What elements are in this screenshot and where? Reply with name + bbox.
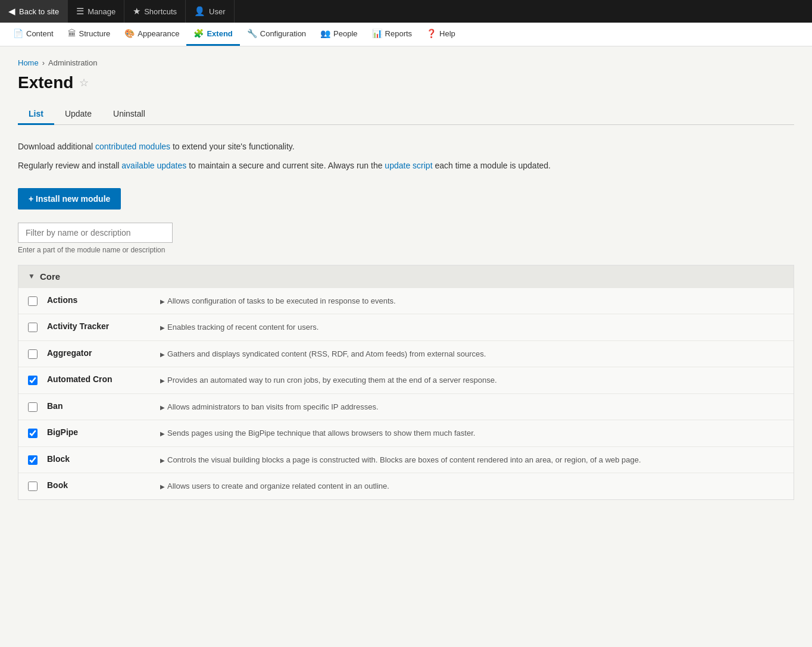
reports-icon: 📊 [372,29,382,38]
module-desc-block: ▶ Controls the visual building blocks a … [160,454,641,466]
available-updates-link[interactable]: available updates [121,161,186,170]
nav-extend-label: Extend [207,29,232,38]
nav-help[interactable]: ❓ Help [419,23,463,46]
module-name-activity-tracker: Activity Tracker [47,321,160,331]
module-info: Ban ▶ Allows administrators to ban visit… [47,401,784,413]
module-checkbox-bigpipe[interactable] [28,429,38,438]
filter-hint: Enter a part of the module name or descr… [18,246,794,254]
extend-icon: 🧩 [193,29,204,38]
nav-people-label: People [333,29,357,38]
table-row: Automated Cron ▶ Provides an automated w… [18,367,794,393]
module-name-bigpipe: BigPipe [47,427,160,437]
module-checkbox-automated-cron[interactable] [28,376,38,385]
nav-configuration[interactable]: 🔧 Configuration [240,23,313,46]
module-name-actions: Actions [47,295,160,305]
module-checkbox-block[interactable] [28,455,38,465]
content-icon: 📄 [13,29,23,38]
shortcuts-link[interactable]: ★ Shortcuts [124,0,186,23]
module-checkbox-activity-tracker[interactable] [28,323,38,332]
back-to-site-label: Back to site [19,7,59,16]
filter-input[interactable] [18,223,173,243]
table-row: Book ▶ Allows users to create and organi… [18,473,794,499]
breadcrumb: Home › Administration [18,58,794,67]
module-desc-ban: ▶ Allows administrators to ban visits fr… [160,401,379,413]
module-name-aggregator: Aggregator [47,348,160,358]
nav-appearance-label: Appearance [138,29,179,38]
module-desc-aggregator: ▶ Gathers and displays syndicated conten… [160,348,486,360]
tab-list[interactable]: List [18,104,54,125]
breadcrumb-current: Administration [48,58,97,67]
update-script-link[interactable]: update script [385,161,432,170]
tab-update[interactable]: Update [54,104,102,125]
module-desc-book: ▶ Allows users to create and organize re… [160,480,389,492]
intro-line1: Download additional contributed modules … [18,140,794,153]
user-label: User [209,7,225,16]
module-desc-automated-cron: ▶ Provides an automated way to run cron … [160,374,497,386]
table-row: Actions ▶ Allows configuration of tasks … [18,287,794,314]
module-checkbox-book[interactable] [28,482,38,491]
nav-extend[interactable]: 🧩 Extend [186,23,239,46]
nav-configuration-label: Configuration [260,29,306,38]
module-name-book: Book [47,480,160,490]
nav-content-label: Content [26,29,54,38]
manage-icon: ☰ [76,6,84,17]
module-info: Book ▶ Allows users to create and organi… [47,480,784,492]
nav-content[interactable]: 📄 Content [6,23,61,46]
nav-reports[interactable]: 📊 Reports [365,23,420,46]
manage-label: Manage [88,7,115,16]
module-info: Actions ▶ Allows configuration of tasks … [47,295,784,307]
table-row: Aggregator ▶ Gathers and displays syndic… [18,340,794,367]
breadcrumb-home[interactable]: Home [18,58,39,67]
module-checkbox-aggregator[interactable] [28,349,38,359]
admin-bar: ◀ Back to site ☰ Manage ★ Shortcuts 👤 Us… [0,0,812,23]
nav-structure-label: Structure [79,29,111,38]
shortcuts-label: Shortcuts [144,7,177,16]
section-header-core[interactable]: ▼ Core [18,265,794,287]
module-name-automated-cron: Automated Cron [47,374,160,384]
contributed-modules-link[interactable]: contributed modules [95,142,170,151]
module-desc-activity-tracker: ▶ Enables tracking of recent content for… [160,321,318,333]
favorite-star-icon[interactable]: ☆ [79,76,89,89]
section-toggle-icon: ▼ [28,272,35,280]
user-icon: 👤 [194,6,205,17]
intro-line2: Regularly review and install available u… [18,159,794,172]
table-row: Activity Tracker ▶ Enables tracking of r… [18,314,794,340]
page-title: Extend [18,73,73,92]
manage-link[interactable]: ☰ Manage [68,0,124,23]
module-section-core: ▼ Core Actions ▶ Allows configuration of… [18,265,794,500]
people-icon: 👥 [320,29,330,38]
module-checkbox-ban[interactable] [28,402,38,412]
module-name-ban: Ban [47,401,160,411]
table-row: BigPipe ▶ Sends pages using the BigPipe … [18,420,794,446]
appearance-icon: 🎨 [124,29,135,38]
install-new-module-button[interactable]: + Install new module [18,188,121,210]
table-row: Block ▶ Controls the visual building blo… [18,446,794,473]
nav-appearance[interactable]: 🎨 Appearance [117,23,186,46]
module-info: Block ▶ Controls the visual building blo… [47,454,784,466]
module-desc-actions: ▶ Allows configuration of tasks to be ex… [160,295,396,307]
page-content: Home › Administration Extend ☆ List Upda… [0,46,812,524]
page-title-row: Extend ☆ [18,73,794,92]
back-to-site-link[interactable]: ◀ Back to site [0,0,68,23]
secondary-nav: 📄 Content 🏛 Structure 🎨 Appearance 🧩 Ext… [0,23,812,46]
shortcuts-icon: ★ [133,6,140,17]
nav-help-label: Help [439,29,455,38]
module-info: BigPipe ▶ Sends pages using the BigPipe … [47,427,784,439]
tab-uninstall[interactable]: Uninstall [102,104,156,125]
user-link[interactable]: 👤 User [186,0,234,23]
module-info: Activity Tracker ▶ Enables tracking of r… [47,321,784,333]
structure-icon: 🏛 [68,29,76,38]
section-label-core: Core [40,271,60,282]
tabs: List Update Uninstall [18,104,794,125]
nav-structure[interactable]: 🏛 Structure [61,23,118,46]
nav-reports-label: Reports [385,29,413,38]
module-name-block: Block [47,454,160,464]
module-checkbox-actions[interactable] [28,296,38,306]
breadcrumb-sep: › [42,58,45,67]
help-icon: ❓ [426,29,436,38]
module-info: Automated Cron ▶ Provides an automated w… [47,374,784,386]
table-row: Ban ▶ Allows administrators to ban visit… [18,393,794,420]
nav-people[interactable]: 👥 People [313,23,364,46]
module-info: Aggregator ▶ Gathers and displays syndic… [47,348,784,360]
configuration-icon: 🔧 [247,29,257,38]
